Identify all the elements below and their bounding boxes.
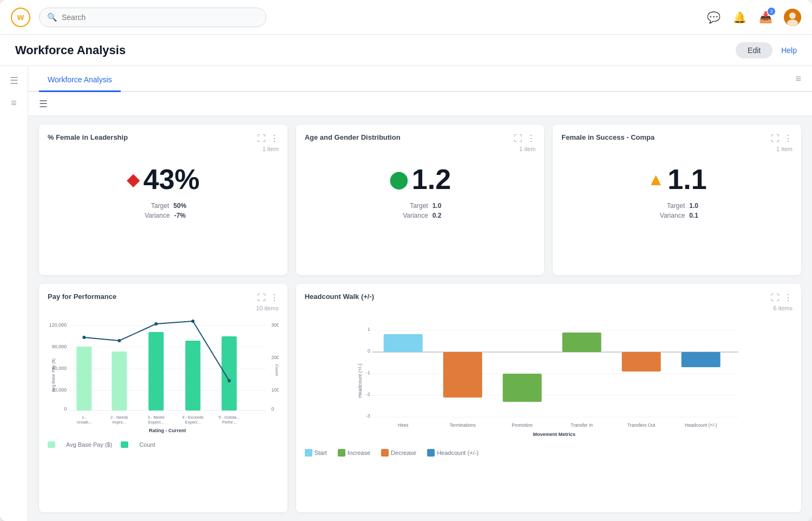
card-title: Headcount Walk (+/-) bbox=[305, 292, 771, 301]
more-icon[interactable]: ⋮ bbox=[784, 292, 793, 303]
legend-avg-pay bbox=[48, 441, 55, 448]
more-icon[interactable]: ⋮ bbox=[270, 133, 279, 144]
card-female-leadership: % Female in Leadership ⛶ ⋮ 1 item ◆ 43% … bbox=[39, 125, 287, 275]
svg-text:-3: -3 bbox=[366, 413, 370, 419]
headcount-chart: Headcount (+/-) 1 0 -1 -2 -3 bbox=[305, 316, 793, 457]
kpi-meta: Target 1.0 Variance 0.1 bbox=[561, 202, 793, 219]
more-icon[interactable]: ⋮ bbox=[527, 133, 535, 144]
svg-text:Count: Count bbox=[274, 364, 278, 376]
legend-start: Start bbox=[305, 449, 327, 457]
svg-text:Promotion: Promotion bbox=[512, 422, 533, 428]
target-value: 1.0 bbox=[689, 202, 698, 210]
svg-point-25 bbox=[117, 339, 121, 342]
svg-text:-1: -1 bbox=[366, 370, 370, 375]
sidebar-layers-icon[interactable]: ☰ bbox=[10, 75, 18, 87]
avatar[interactable] bbox=[784, 9, 801, 26]
card-actions: ⛶ ⋮ bbox=[771, 133, 793, 144]
kpi-value-row: ▲ 1.1 bbox=[561, 163, 793, 196]
svg-rect-54 bbox=[502, 374, 541, 402]
svg-text:5 - Outsta...: 5 - Outsta... bbox=[219, 415, 240, 420]
legend-increase-dot bbox=[338, 449, 345, 457]
target-label: Target bbox=[140, 202, 169, 210]
card-age-gender: Age and Gender Distribution ⛶ ⋮ 1 item ⬤… bbox=[296, 125, 545, 275]
legend-headcount-label: Headcount (+/-) bbox=[437, 450, 479, 456]
legend-decrease-label: Decrease bbox=[391, 450, 416, 456]
svg-text:300: 300 bbox=[271, 322, 278, 328]
nav-icons: 💬 🔔 📥 3 bbox=[706, 9, 801, 26]
help-link[interactable]: Help bbox=[781, 46, 797, 55]
app-logo[interactable]: w bbox=[11, 8, 30, 27]
svg-rect-23 bbox=[221, 336, 237, 411]
page-header: Workforce Analysis Edit Help bbox=[0, 35, 812, 66]
more-icon[interactable]: ⋮ bbox=[784, 133, 793, 144]
svg-text:Expect...: Expect... bbox=[185, 420, 201, 425]
target-row: Target 50% bbox=[140, 202, 186, 210]
svg-text:Avg Base Pay ($): Avg Base Pay ($) bbox=[51, 359, 56, 392]
kpi-meta: Target 50% Variance -7% bbox=[48, 202, 279, 219]
legend-headcount: Headcount (+/-) bbox=[427, 449, 479, 457]
svg-text:1: 1 bbox=[368, 327, 370, 332]
search-bar[interactable]: 🔍 bbox=[39, 8, 266, 27]
legend-decrease-dot bbox=[381, 449, 389, 457]
svg-point-26 bbox=[154, 322, 158, 325]
expand-icon[interactable]: ⛶ bbox=[771, 293, 780, 303]
svg-text:Rating - Current: Rating - Current bbox=[149, 428, 186, 433]
target-row: Target 1.0 bbox=[399, 202, 442, 210]
card-title: % Female in Leadership bbox=[48, 133, 257, 141]
svg-text:Terminations: Terminations bbox=[449, 422, 475, 428]
target-label: Target bbox=[399, 202, 428, 210]
legend-count bbox=[121, 441, 128, 448]
svg-rect-22 bbox=[185, 341, 200, 411]
filter-bar: ☰ bbox=[28, 92, 812, 116]
filter-icon[interactable]: ☰ bbox=[39, 98, 48, 110]
card-items: 6 items bbox=[305, 305, 793, 311]
svg-text:Headcount (+/-): Headcount (+/-) bbox=[685, 422, 717, 428]
variance-value: -7% bbox=[174, 212, 186, 219]
card-header: Age and Gender Distribution ⛶ ⋮ bbox=[305, 133, 536, 144]
expand-icon[interactable]: ⛶ bbox=[771, 134, 780, 144]
svg-text:-2: -2 bbox=[366, 392, 370, 397]
legend-increase-label: Increase bbox=[348, 450, 370, 456]
legend-avg-pay-label: Avg Base Pay ($) bbox=[66, 441, 112, 448]
edit-button[interactable]: Edit bbox=[736, 42, 772, 58]
kpi-icon-triangle: ▲ bbox=[647, 170, 665, 190]
svg-text:Expect...: Expect... bbox=[148, 420, 164, 425]
expand-icon[interactable]: ⛶ bbox=[514, 134, 522, 144]
card-headcount-walk: Headcount Walk (+/-) ⛶ ⋮ 6 items Headcou… bbox=[296, 284, 801, 512]
svg-text:120,000: 120,000 bbox=[49, 322, 67, 328]
tab-menu-icon[interactable]: ≡ bbox=[795, 73, 801, 91]
svg-rect-53 bbox=[443, 352, 482, 398]
variance-label: Variance bbox=[656, 212, 685, 219]
variance-row: Variance -7% bbox=[141, 212, 186, 219]
kpi-number: 43% bbox=[143, 163, 200, 196]
kpi-value-row: ◆ 43% bbox=[48, 163, 279, 196]
target-value: 50% bbox=[173, 202, 186, 210]
svg-text:1 -: 1 - bbox=[82, 415, 87, 420]
card-pay-performance: Pay for Performance ⛶ ⋮ 10 items 120,000… bbox=[39, 284, 287, 512]
svg-text:2 - Needs: 2 - Needs bbox=[110, 415, 128, 420]
variance-value: 0.2 bbox=[433, 212, 442, 219]
card-actions: ⛶ ⋮ bbox=[257, 133, 279, 144]
tab-workforce-analysis[interactable]: Workforce Analysis bbox=[39, 69, 121, 92]
target-label: Target bbox=[656, 202, 685, 210]
svg-rect-57 bbox=[681, 352, 720, 367]
notifications-icon[interactable]: 🔔 bbox=[732, 10, 747, 25]
sidebar-filter-icon[interactable]: ≡ bbox=[11, 97, 17, 109]
headcount-legend: Start Increase Decrease bbox=[305, 449, 793, 457]
expand-icon[interactable]: ⛶ bbox=[257, 293, 266, 303]
more-icon[interactable]: ⋮ bbox=[270, 292, 279, 303]
search-input[interactable] bbox=[62, 13, 258, 22]
headcount-svg: Headcount (+/-) 1 0 -1 -2 -3 bbox=[305, 316, 793, 440]
card-title: Age and Gender Distribution bbox=[305, 133, 514, 141]
variance-row: Variance 0.2 bbox=[399, 212, 442, 219]
messages-icon[interactable]: 💬 bbox=[706, 10, 721, 25]
kpi-value-row: ⬤ 1.2 bbox=[305, 163, 536, 196]
content-area: ☰ ≡ Workforce Analysis ≡ ☰ % Female in L… bbox=[0, 66, 812, 521]
svg-text:0: 0 bbox=[271, 406, 274, 412]
svg-text:3 - Meets: 3 - Meets bbox=[148, 415, 165, 420]
expand-icon[interactable]: ⛶ bbox=[257, 134, 266, 144]
main-content: Workforce Analysis ≡ ☰ % Female in Leade… bbox=[28, 66, 812, 521]
inbox-icon[interactable]: 📥 3 bbox=[758, 10, 773, 25]
svg-text:0: 0 bbox=[64, 406, 67, 412]
svg-rect-52 bbox=[383, 334, 422, 352]
